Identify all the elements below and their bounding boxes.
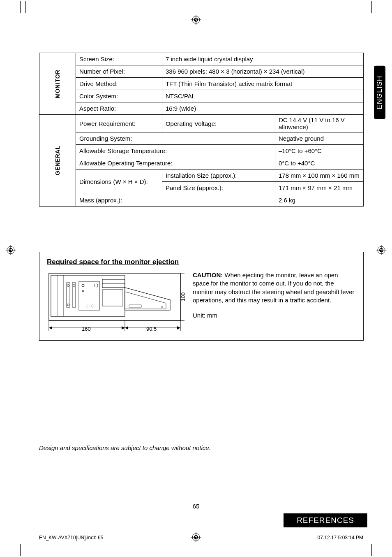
spec-label: Grounding System:	[76, 132, 275, 145]
ejection-space-box: Required space for the monitor ejection	[39, 252, 364, 341]
category-general: GENERAL	[54, 146, 61, 175]
spec-label: Installation Size (approx.):	[162, 169, 275, 182]
spec-value: 2.6 kg	[275, 194, 363, 207]
footer-filename: EN_KW-AVX710[UN].indb 65	[39, 535, 103, 541]
table-row: MONITOR Screen Size: 7 inch wide liquid …	[39, 53, 364, 65]
spec-value: 336 960 pixels: 480 × 3 (horizontal) × 2…	[162, 65, 363, 78]
spec-value: 171 mm × 97 mm × 21 mm	[275, 182, 363, 194]
svg-point-33	[67, 304, 69, 306]
spec-value: 16:9 (wide)	[162, 102, 363, 115]
spec-value: NTSC/PAL	[162, 90, 363, 102]
language-tab: ENGLISH	[374, 66, 385, 119]
spec-value: Negative ground	[275, 132, 363, 145]
spec-table: MONITOR Screen Size: 7 inch wide liquid …	[39, 53, 364, 207]
svg-point-41	[95, 284, 98, 287]
svg-rect-44	[102, 290, 123, 306]
footer-timestamp: 07.12.17 5:03:14 PM	[318, 535, 363, 541]
box-heading: Required space for the monitor ejection	[47, 258, 356, 266]
svg-marker-24	[125, 326, 128, 330]
caution-label: CAUTION:	[193, 272, 223, 278]
disclaimer-text: Design and specifications are subject to…	[39, 444, 211, 451]
spec-value: 0°C to +40°C	[275, 157, 363, 169]
spec-value: TFT (Thin Film Transistor) active matrix…	[162, 78, 363, 90]
table-row: Dimensions (W × H × D): Installation Siz…	[39, 169, 364, 182]
dimension-w1: 160	[82, 326, 91, 332]
spec-value: 178 mm × 100 mm × 160 mm	[275, 169, 363, 182]
page-number: 65	[0, 503, 392, 510]
table-row: Allowable Storage Temperature: –10°C to …	[39, 145, 364, 157]
table-row: Number of Pixel: 336 960 pixels: 480 × 3…	[39, 65, 364, 78]
svg-point-40	[92, 305, 94, 307]
svg-point-38	[82, 290, 84, 292]
spec-label: Allowable Operating Temperature:	[76, 157, 275, 169]
registration-mark-icon	[191, 15, 201, 25]
svg-marker-22	[49, 326, 52, 330]
spec-label: Color System:	[76, 90, 162, 102]
svg-point-37	[82, 284, 84, 287]
table-row: Grounding System: Negative ground	[39, 132, 364, 145]
svg-marker-23	[122, 326, 125, 330]
spec-label: Number of Pixel:	[76, 65, 162, 78]
spec-label: Operating Voltage:	[162, 115, 275, 132]
svg-rect-46	[129, 305, 141, 307]
table-row: Aspect Ratio: 16:9 (wide)	[39, 102, 364, 115]
spec-label: Power Requirement:	[76, 115, 162, 132]
svg-point-35	[73, 285, 75, 287]
spec-label: Drive Method:	[76, 78, 162, 90]
table-row: Drive Method: TFT (Thin Film Transistor)…	[39, 78, 364, 90]
spec-value: –10°C to +60°C	[275, 145, 363, 157]
spec-label: Screen Size:	[76, 53, 162, 65]
svg-rect-16	[49, 273, 180, 320]
spec-label: Panel Size (approx.):	[162, 182, 275, 194]
caution-text: CAUTION: When ejecting the monitor, leav…	[193, 271, 356, 304]
svg-point-39	[87, 305, 89, 307]
spec-label: Allowable Storage Temperature:	[76, 145, 275, 157]
svg-marker-25	[177, 326, 180, 330]
registration-mark-icon	[6, 245, 16, 255]
table-row: Mass (approx.): 2.6 kg	[39, 194, 364, 207]
svg-rect-31	[67, 283, 70, 307]
dimension-w2: 90.5	[146, 326, 157, 332]
ejection-diagram: 160 90.5 100	[47, 271, 184, 333]
spec-value: DC 14.4 V (11 V to 16 V allowance)	[275, 115, 363, 132]
table-row: GENERAL Power Requirement: Operating Vol…	[39, 115, 364, 132]
svg-rect-34	[72, 283, 76, 307]
spec-label: Mass (approx.):	[76, 194, 275, 207]
spec-label: Aspect Ratio:	[76, 102, 162, 115]
dimension-h: 100	[180, 292, 187, 302]
table-row: Allowable Operating Temperature: 0°C to …	[39, 157, 364, 169]
references-tab: REFERENCES	[284, 513, 367, 527]
registration-mark-icon	[376, 245, 386, 255]
table-row: Color System: NTSC/PAL	[39, 90, 364, 102]
svg-point-32	[67, 285, 69, 287]
category-monitor: MONITOR	[54, 69, 61, 99]
spec-value: 7 inch wide liquid crystal display	[162, 53, 363, 65]
registration-mark-icon	[191, 532, 201, 542]
spec-label: Dimensions (W × H × D):	[76, 169, 162, 194]
svg-point-45	[161, 306, 163, 308]
unit-label: Unit: mm	[193, 312, 356, 319]
